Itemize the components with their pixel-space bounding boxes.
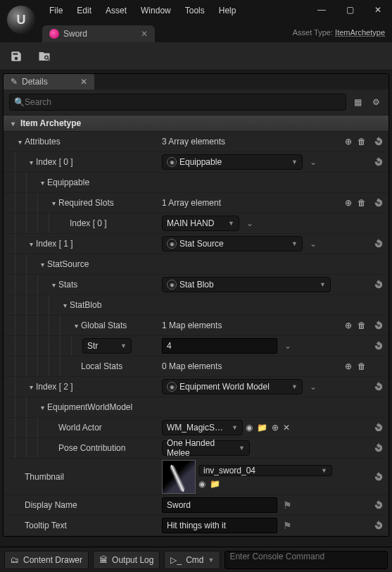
delete-element-icon[interactable]: 🗑 xyxy=(358,198,366,208)
pose-dropdown[interactable]: One Handed Melee ▼ xyxy=(162,440,250,456)
stat-key-dropdown[interactable]: Str ▼ xyxy=(82,338,132,354)
caret-icon[interactable] xyxy=(37,402,47,412)
add-element-icon[interactable]: ⊕ xyxy=(345,137,352,147)
window-controls: — ▢ ✕ xyxy=(308,0,392,20)
tab-close-icon[interactable]: ✕ xyxy=(141,29,148,39)
class-icon: ◉ xyxy=(167,280,177,290)
thumbnail-image[interactable] xyxy=(162,460,196,494)
reset-button[interactable] xyxy=(369,239,388,249)
attributes-count: 3 Array elements xyxy=(162,137,225,147)
local-stats-label: Local Stats xyxy=(81,361,122,371)
menu-file[interactable]: File xyxy=(42,6,70,15)
browse-to-icon[interactable]: 📁 xyxy=(257,423,267,433)
use-selected-icon[interactable]: ◉ xyxy=(198,479,206,489)
delete-element-icon[interactable]: 🗑 xyxy=(358,321,366,330)
caret-icon[interactable] xyxy=(8,118,18,128)
maximize-button[interactable]: ▢ xyxy=(336,0,364,20)
console-input-wrapper[interactable] xyxy=(225,551,388,569)
chevron-down-icon: ▼ xyxy=(291,158,298,166)
tab-sword[interactable]: Sword ✕ xyxy=(42,25,155,42)
delete-element-icon[interactable]: 🗑 xyxy=(358,137,366,147)
local-stats-count: 0 Map elements xyxy=(162,361,222,371)
caret-icon[interactable] xyxy=(15,137,25,147)
add-element-icon[interactable]: ⊕ xyxy=(345,198,352,208)
menu-tools[interactable]: Tools xyxy=(178,6,212,15)
save-button[interactable] xyxy=(6,46,27,67)
menu-window[interactable]: Window xyxy=(134,6,178,15)
category-item-archetype[interactable]: Item Archetype xyxy=(4,115,388,132)
display-name-field[interactable] xyxy=(162,497,277,513)
search-input-wrapper[interactable]: 🔍 xyxy=(9,94,346,111)
chevron-down-icon[interactable]: ⌄ xyxy=(246,218,253,228)
class-dropdown[interactable]: ◉ Equipment World Model ▼ xyxy=(162,379,303,394)
chevron-down-icon: ▼ xyxy=(321,467,327,474)
pose-contribution-label: Pose Contribution xyxy=(58,443,125,453)
caret-icon[interactable] xyxy=(26,239,36,249)
reset-button[interactable] xyxy=(369,157,388,167)
display-name-label: Display Name xyxy=(25,500,77,510)
class-dropdown[interactable]: ◉ Stat Source ▼ xyxy=(162,236,303,251)
property-matrix-icon[interactable]: ▦ xyxy=(350,95,365,109)
reset-button[interactable] xyxy=(369,198,388,208)
reset-button[interactable] xyxy=(369,472,388,482)
chevron-down-icon[interactable]: ⌄ xyxy=(310,157,317,167)
caret-icon[interactable] xyxy=(60,300,70,310)
attributes-label: Attributes xyxy=(25,137,61,147)
reset-button[interactable] xyxy=(369,423,388,433)
console-input[interactable] xyxy=(229,552,383,561)
close-button[interactable]: ✕ xyxy=(364,0,392,20)
caret-icon[interactable] xyxy=(71,321,81,330)
details-tab[interactable]: ✎ Details ✕ xyxy=(4,74,94,89)
caret-icon[interactable] xyxy=(37,178,47,187)
delete-element-icon[interactable]: 🗑 xyxy=(358,361,366,371)
thumbnail-asset-dropdown[interactable]: inv_sword_04 ▼ xyxy=(198,465,332,476)
reset-button[interactable] xyxy=(369,443,388,453)
add-element-icon[interactable]: ⊕ xyxy=(345,361,352,371)
caret-icon[interactable] xyxy=(37,259,47,269)
settings-icon[interactable]: ⚙ xyxy=(369,95,383,109)
reset-button[interactable] xyxy=(369,382,388,392)
search-input[interactable] xyxy=(25,97,341,107)
statsource-label: StatSource xyxy=(47,259,89,269)
chevron-down-icon: ▼ xyxy=(291,383,298,390)
use-selected-icon[interactable]: ◉ xyxy=(246,423,253,433)
menu-asset[interactable]: Asset xyxy=(99,6,134,15)
clear-icon[interactable]: ✕ xyxy=(283,423,290,433)
caret-icon[interactable] xyxy=(49,280,58,290)
slot-dropdown[interactable]: MAIN HAND ▼ xyxy=(162,216,239,231)
content-drawer-button[interactable]: 🗂 Content Drawer xyxy=(4,551,89,569)
reset-button[interactable] xyxy=(369,341,388,351)
chevron-down-icon[interactable]: ⌄ xyxy=(284,341,291,351)
localize-flag-icon[interactable]: ⚑ xyxy=(283,520,292,531)
browse-button[interactable] xyxy=(34,46,55,67)
output-log-button[interactable]: 🏛 Output Log xyxy=(93,551,160,569)
browse-to-icon[interactable]: 📁 xyxy=(210,479,220,489)
caret-icon[interactable] xyxy=(26,157,36,167)
details-tab-close[interactable]: ✕ xyxy=(80,77,87,87)
class-icon: ◉ xyxy=(167,382,177,392)
reset-button[interactable] xyxy=(369,321,388,330)
add-element-icon[interactable]: ⊕ xyxy=(345,321,352,330)
asset-type-link[interactable]: ItemArchetype xyxy=(335,28,385,37)
caret-icon[interactable] xyxy=(49,198,58,208)
menu-help[interactable]: Help xyxy=(212,6,244,15)
class-dropdown[interactable]: ◉ Equippable ▼ xyxy=(162,154,303,170)
caret-icon[interactable] xyxy=(26,382,36,392)
menu-edit[interactable]: Edit xyxy=(70,6,99,15)
cmd-button[interactable]: ▷_ Cmd ▼ xyxy=(164,551,220,569)
reset-button[interactable] xyxy=(369,137,388,147)
stats-dropdown[interactable]: ◉ Stat Blob ▼ xyxy=(162,277,331,292)
add-icon[interactable]: ⊕ xyxy=(272,423,279,433)
world-actor-dropdown[interactable]: WM_MagicSword ▼ xyxy=(162,420,243,435)
unreal-logo[interactable]: U xyxy=(7,6,35,34)
stat-value-field[interactable] xyxy=(162,338,277,354)
chevron-down-icon[interactable]: ⌄ xyxy=(310,239,317,249)
tooltip-text-field[interactable] xyxy=(162,518,277,533)
chevron-down-icon[interactable]: ⌄ xyxy=(310,382,317,392)
localize-flag-icon[interactable]: ⚑ xyxy=(283,499,292,511)
minimize-button[interactable]: — xyxy=(308,0,336,20)
reset-button[interactable] xyxy=(369,280,388,290)
reset-button[interactable] xyxy=(369,521,388,530)
chevron-down-icon: ▼ xyxy=(120,342,127,349)
reset-button[interactable] xyxy=(369,500,388,510)
